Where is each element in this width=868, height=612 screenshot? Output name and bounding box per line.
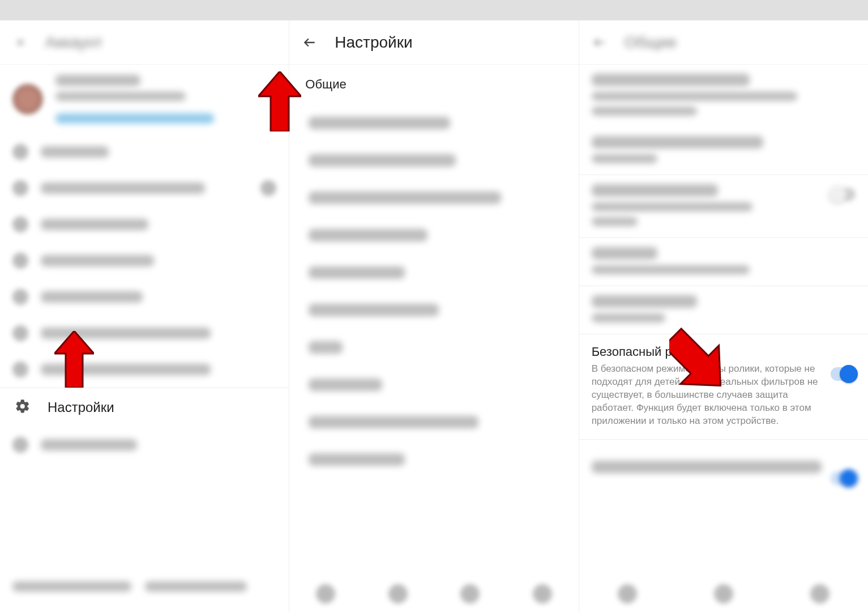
settings-item-history-privacy[interactable]	[289, 179, 578, 216]
gear-icon	[15, 398, 31, 416]
setting-zoom-to-fill[interactable]	[579, 175, 868, 237]
setting-double-tap-seek[interactable]	[579, 127, 868, 175]
avatar	[12, 84, 43, 114]
settings-item-subtitles[interactable]	[289, 366, 578, 403]
settings-header: Настройки	[289, 20, 578, 65]
settings-menu-item[interactable]: Настройки	[0, 388, 289, 427]
settings-item-accessibility[interactable]	[289, 403, 578, 441]
account-title: Аккаунт	[45, 33, 102, 52]
menu-item-paid-subs[interactable]	[0, 243, 289, 279]
settings-item-about[interactable]	[289, 441, 578, 478]
account-header: Аккаунт	[0, 20, 289, 65]
setting-mute-playback[interactable]	[579, 65, 868, 127]
general-title: Общие	[625, 33, 677, 52]
setting-stats-for-nerds[interactable]	[579, 440, 868, 496]
bottom-nav[interactable]	[289, 576, 578, 612]
status-bar	[0, 0, 868, 20]
menu-item-studio[interactable]	[0, 170, 289, 206]
menu-item-my-channel[interactable]	[0, 134, 289, 170]
annotation-arrow-3	[669, 328, 724, 396]
account-info-row	[0, 65, 289, 134]
settings-item-watch-tv[interactable]	[289, 142, 578, 179]
settings-item-chat[interactable]	[289, 329, 578, 366]
settings-label: Настройки	[48, 400, 114, 415]
toggle-zoom-to-fill[interactable]	[831, 188, 856, 201]
back-icon[interactable]	[298, 31, 321, 54]
account-footer-links	[0, 581, 289, 592]
settings-item-notifications[interactable]	[289, 254, 578, 291]
settings-item-general[interactable]: Общие	[289, 65, 578, 104]
settings-panel: Настройки Общие	[289, 20, 579, 612]
setting-uploads[interactable]	[579, 238, 868, 286]
back-icon[interactable]	[588, 31, 611, 54]
menu-item-switch-account[interactable]	[0, 279, 289, 315]
setting-location[interactable]	[579, 286, 868, 334]
account-panel: Аккаунт	[0, 20, 289, 612]
menu-item-personal-data[interactable]	[0, 351, 289, 388]
toggle-stats[interactable]	[831, 471, 856, 485]
menu-item-incognito[interactable]	[0, 315, 289, 351]
toggle-safe-mode[interactable]	[831, 367, 856, 381]
annotation-arrow-2	[258, 71, 301, 131]
settings-item-paid-subscriptions[interactable]	[289, 216, 578, 254]
close-icon[interactable]	[9, 31, 32, 54]
menu-item-watch-time[interactable]	[0, 206, 289, 243]
general-header: Общие	[579, 20, 868, 65]
menu-item-help[interactable]	[0, 427, 289, 463]
bottom-nav[interactable]	[579, 576, 868, 612]
settings-item-linked-accounts[interactable]	[289, 291, 578, 329]
general-panel: Общие	[579, 20, 868, 612]
annotation-arrow-1	[54, 331, 94, 388]
settings-item-autoplay[interactable]	[289, 104, 578, 142]
settings-title: Настройки	[335, 33, 412, 52]
